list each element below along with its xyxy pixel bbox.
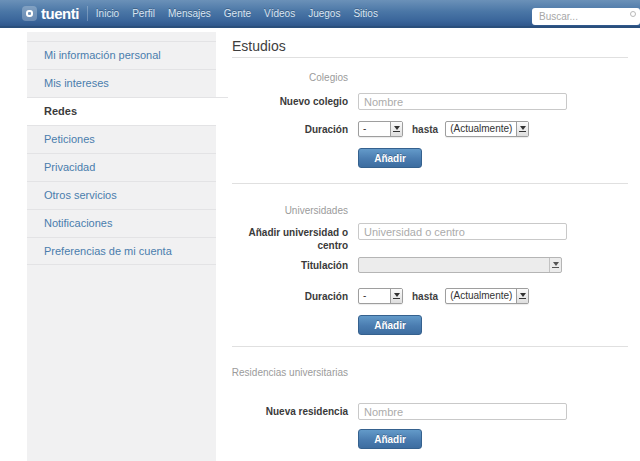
dropdown-arrow-icon — [390, 289, 402, 303]
titulacion-select[interactable] — [358, 257, 562, 273]
nav-item-videos[interactable]: Vídeos — [264, 8, 295, 19]
section-legend-colegios: Colegios — [216, 71, 353, 84]
field-label-nueva-residencia: Nueva residencia — [216, 405, 348, 418]
sidebar-item-preferencias-de-mi-cuenta[interactable]: Preferencias de mi cuenta — [27, 237, 216, 265]
anadir-button-residencias[interactable]: Añadir — [358, 429, 422, 449]
duracion-desde-select[interactable]: - — [358, 288, 403, 304]
duracion-hasta-value: (Actualmente) — [446, 122, 516, 136]
title-divider — [232, 57, 628, 58]
duracion-desde-select[interactable]: - — [358, 121, 403, 137]
duracion-row-universidades: Duración - hasta (Actualmente) — [216, 288, 640, 304]
universidad-row: Añadir universidad o centro — [216, 223, 640, 252]
titulacion-row: Titulación — [216, 257, 640, 273]
sidebar-item-otros-servicios[interactable]: Otros servicios — [27, 181, 216, 209]
top-nav: Inicio Perfil Mensajes Gente Vídeos Jueg… — [96, 8, 391, 19]
titulacion-value — [359, 258, 549, 272]
top-nav-bar: tuenti Inicio Perfil Mensajes Gente Víde… — [0, 0, 640, 28]
nav-item-perfil[interactable]: Perfil — [132, 8, 155, 19]
hasta-label: hasta — [412, 124, 438, 135]
tuenti-logo[interactable]: tuenti — [22, 5, 79, 22]
search-box — [532, 6, 640, 23]
sidebar-item-privacidad[interactable]: Privacidad — [27, 153, 216, 181]
nueva-residencia-input[interactable] — [358, 403, 567, 420]
duracion-hasta-value: (Actualmente) — [446, 289, 516, 303]
duracion-desde-value: - — [359, 122, 390, 136]
duracion-desde-value: - — [359, 289, 390, 303]
sidebar-item-peticiones[interactable]: Peticiones — [27, 125, 216, 153]
dropdown-arrow-icon — [390, 122, 402, 136]
nav-item-juegos[interactable]: Juegos — [308, 8, 340, 19]
section-divider — [232, 346, 628, 347]
page-title: Estudios — [232, 38, 286, 54]
sidebar-item-mis-intereses[interactable]: Mis intereses — [27, 69, 216, 97]
search-icon — [630, 11, 636, 17]
sidebar-item-notificaciones[interactable]: Notificaciones — [27, 209, 216, 237]
duracion-hasta-select[interactable]: (Actualmente) — [445, 121, 529, 137]
nuevo-colegio-input[interactable] — [358, 93, 567, 110]
duracion-hasta-select[interactable]: (Actualmente) — [445, 288, 529, 304]
section-divider — [232, 183, 628, 184]
hasta-label: hasta — [412, 291, 438, 302]
field-label-nuevo-colegio: Nuevo colegio — [216, 95, 348, 108]
nueva-residencia-row: Nueva residencia — [216, 403, 640, 420]
section-legend-residencias: Residencias universitarias — [216, 366, 353, 379]
main-content: Estudios Colegios Nuevo colegio Duración… — [216, 32, 640, 461]
field-label-duracion: Duración — [216, 290, 348, 303]
field-label-duracion: Duración — [216, 123, 348, 136]
tuenti-logo-icon — [22, 6, 37, 21]
nav-item-inicio[interactable]: Inicio — [96, 8, 119, 19]
dropdown-arrow-icon — [516, 122, 528, 136]
sidebar-item-redes[interactable]: Redes — [27, 97, 228, 125]
tuenti-logo-text: tuenti — [41, 5, 79, 22]
sidebar-item-mi-informacion-personal[interactable]: Mi información personal — [27, 41, 216, 69]
field-label-titulacion: Titulación — [216, 259, 348, 272]
dropdown-arrow-icon — [516, 289, 528, 303]
anadir-button-universidades[interactable]: Añadir — [358, 315, 422, 335]
nav-item-mensajes[interactable]: Mensajes — [168, 8, 211, 19]
nuevo-colegio-row: Nuevo colegio — [216, 93, 640, 110]
nav-item-sitios[interactable]: Sitios — [353, 8, 377, 19]
section-legend-universidades: Universidades — [216, 204, 353, 217]
nav-divider — [87, 6, 88, 21]
universidad-input[interactable] — [358, 223, 567, 240]
nav-item-gente[interactable]: Gente — [224, 8, 251, 19]
field-label-anadir-universidad: Añadir universidad o centro — [216, 223, 348, 252]
search-input[interactable] — [532, 8, 640, 25]
sidebar: Mi información personal Mis intereses Re… — [27, 32, 216, 461]
duracion-row-colegios: Duración - hasta (Actualmente) — [216, 121, 640, 137]
anadir-button-colegios[interactable]: Añadir — [358, 148, 422, 168]
dropdown-arrow-icon — [549, 258, 561, 272]
